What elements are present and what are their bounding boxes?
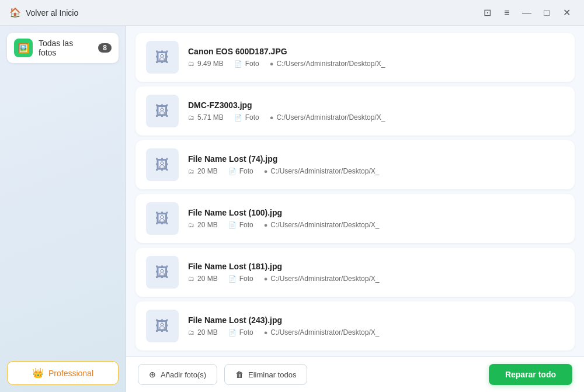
file-path: C:/Users/Administrator/Desktop/X_ [270, 167, 379, 175]
file-size-meta: 🗂 20 MB [188, 221, 218, 229]
file-size: 20 MB [197, 275, 218, 283]
file-thumbnail: 🖼 [146, 148, 179, 181]
file-path: C:/Users/Administrator/Desktop/X_ [270, 328, 379, 337]
path-icon: ● [270, 60, 274, 67]
file-item[interactable]: 🖼 File Name Lost (181).jpg 🗂 20 MB 📄 Fot… [135, 248, 575, 297]
file-path-meta: ● C:/Users/Administrator/Desktop/X_ [264, 221, 380, 229]
file-size: 9.49 MB [197, 60, 224, 68]
file-name: DMC-FZ3003.jpg [188, 100, 564, 110]
file-type-meta: 📄 Foto [228, 275, 253, 283]
type-icon: 📄 [228, 168, 237, 175]
type-icon: 📄 [228, 329, 237, 337]
size-icon: 🗂 [188, 329, 194, 336]
file-type-meta: 📄 Foto [234, 60, 259, 68]
file-thumbnail: 🖼 [146, 310, 179, 342]
sidebar: 🖼️ Todas las fotos 8 👑 Professional [0, 26, 126, 392]
file-type: Foto [239, 167, 253, 175]
image-placeholder-icon: 🖼 [155, 318, 169, 334]
trash-icon: 🗑 [235, 370, 244, 379]
file-info: Canon EOS 600D187.JPG 🗂 9.49 MB 📄 Foto ●… [188, 47, 564, 68]
file-info: File Name Lost (74).jpg 🗂 20 MB 📄 Foto ●… [188, 154, 564, 175]
type-icon: 📄 [228, 275, 237, 283]
title-bar-controls: ⊡ ≡ — □ ✕ [479, 5, 575, 21]
file-meta: 🗂 20 MB 📄 Foto ● C:/Users/Administrator/… [188, 167, 564, 175]
file-thumbnail: 🖼 [146, 202, 179, 235]
size-icon: 🗂 [188, 275, 194, 282]
file-item[interactable]: 🖼 File Name Lost (74).jpg 🗂 20 MB 📄 Foto… [135, 140, 575, 189]
file-type: Foto [239, 221, 253, 229]
file-size: 5.71 MB [197, 113, 224, 122]
file-path: C:/Users/Administrator/Desktop/X_ [270, 275, 379, 283]
file-type: Foto [245, 60, 259, 68]
file-info: File Name Lost (243).jpg 🗂 20 MB 📄 Foto … [188, 315, 564, 337]
add-photos-button[interactable]: ⊕ Añadir foto(s) [138, 364, 217, 385]
title-bar-left: 🏠 Volver al Inicio [9, 7, 78, 18]
file-type-meta: 📄 Foto [228, 167, 253, 175]
pip-button[interactable]: ⊡ [479, 5, 495, 21]
photos-icon: 🖼️ [14, 39, 33, 57]
file-meta: 🗂 20 MB 📄 Foto ● C:/Users/Administrator/… [188, 221, 564, 229]
size-icon: 🗂 [188, 114, 194, 121]
file-size: 20 MB [197, 328, 218, 337]
file-item[interactable]: 🖼 File Name Lost (100).jpg 🗂 20 MB 📄 Fot… [135, 194, 575, 243]
file-path-meta: ● C:/Users/Administrator/Desktop/X_ [270, 113, 385, 122]
file-thumbnail: 🖼 [146, 95, 179, 127]
image-placeholder-icon: 🖼 [155, 103, 169, 119]
path-icon: ● [270, 114, 274, 121]
file-path-meta: ● C:/Users/Administrator/Desktop/X_ [264, 275, 380, 283]
file-path-meta: ● C:/Users/Administrator/Desktop/X_ [270, 60, 385, 68]
menu-button[interactable]: ≡ [499, 5, 515, 21]
file-item[interactable]: 🖼 Canon EOS 600D187.JPG 🗂 9.49 MB 📄 Foto… [135, 33, 575, 82]
file-item[interactable]: 🖼 DMC-FZ3003.jpg 🗂 5.71 MB 📄 Foto ● C:/ [135, 86, 575, 136]
file-path: C:/Users/Administrator/Desktop/X_ [276, 60, 385, 68]
all-photos-item[interactable]: 🖼️ Todas las fotos 8 [7, 33, 119, 63]
file-meta: 🗂 20 MB 📄 Foto ● C:/Users/Administrator/… [188, 328, 564, 337]
size-icon: 🗂 [188, 60, 194, 67]
professional-button[interactable]: 👑 Professional [7, 361, 119, 385]
sidebar-item-label: Todas las fotos [39, 39, 92, 57]
type-icon: 📄 [228, 221, 237, 229]
add-photos-label: Añadir foto(s) [161, 370, 206, 379]
repair-all-button[interactable]: Reparar todo [489, 364, 572, 385]
file-type-meta: 📄 Foto [228, 328, 253, 337]
file-type: Foto [239, 275, 253, 283]
file-size-meta: 🗂 20 MB [188, 275, 218, 283]
image-placeholder-icon: 🖼 [155, 157, 169, 173]
type-icon: 📄 [234, 60, 242, 68]
file-name: File Name Lost (74).jpg [188, 154, 564, 164]
path-icon: ● [264, 275, 268, 282]
file-size: 20 MB [197, 221, 218, 229]
file-type: Foto [245, 113, 259, 122]
size-icon: 🗂 [188, 168, 194, 175]
sidebar-footer: 👑 Professional [7, 361, 119, 385]
delete-all-button[interactable]: 🗑 Eliminar todos [224, 364, 307, 385]
crown-icon: 👑 [32, 367, 44, 379]
file-info: File Name Lost (100).jpg 🗂 20 MB 📄 Foto … [188, 208, 564, 229]
close-button[interactable]: ✕ [558, 5, 575, 21]
home-icon: 🏠 [9, 7, 21, 18]
title-bar-title: Volver al Inicio [26, 8, 78, 18]
maximize-button[interactable]: □ [538, 5, 555, 21]
file-type: Foto [239, 328, 253, 337]
path-icon: ● [264, 329, 268, 336]
file-info: File Name Lost (181).jpg 🗂 20 MB 📄 Foto … [188, 262, 564, 283]
file-list: 🖼 Canon EOS 600D187.JPG 🗂 9.49 MB 📄 Foto… [126, 26, 584, 356]
title-bar: 🏠 Volver al Inicio ⊡ ≡ — □ ✕ [0, 0, 584, 26]
bottom-left: ⊕ Añadir foto(s) 🗑 Eliminar todos [138, 364, 307, 385]
minimize-button[interactable]: — [519, 5, 535, 21]
file-item[interactable]: 🖼 File Name Lost (243).jpg 🗂 20 MB 📄 Fot… [135, 301, 575, 351]
file-type-meta: 📄 Foto [234, 113, 259, 122]
file-size-meta: 🗂 20 MB [188, 167, 218, 175]
file-path-meta: ● C:/Users/Administrator/Desktop/X_ [264, 328, 380, 337]
content: 🖼 Canon EOS 600D187.JPG 🗂 9.49 MB 📄 Foto… [126, 26, 584, 392]
file-path: C:/Users/Administrator/Desktop/X_ [276, 113, 385, 122]
type-icon: 📄 [234, 114, 242, 122]
main-layout: 🖼️ Todas las fotos 8 👑 Professional 🖼 Ca… [0, 26, 584, 392]
file-thumbnail: 🖼 [146, 41, 179, 74]
file-name: Canon EOS 600D187.JPG [188, 47, 564, 56]
image-placeholder-icon: 🖼 [155, 49, 169, 65]
sidebar-item-badge: 8 [98, 43, 112, 53]
path-icon: ● [264, 168, 268, 175]
file-name: File Name Lost (181).jpg [188, 262, 564, 271]
image-placeholder-icon: 🖼 [155, 210, 169, 227]
